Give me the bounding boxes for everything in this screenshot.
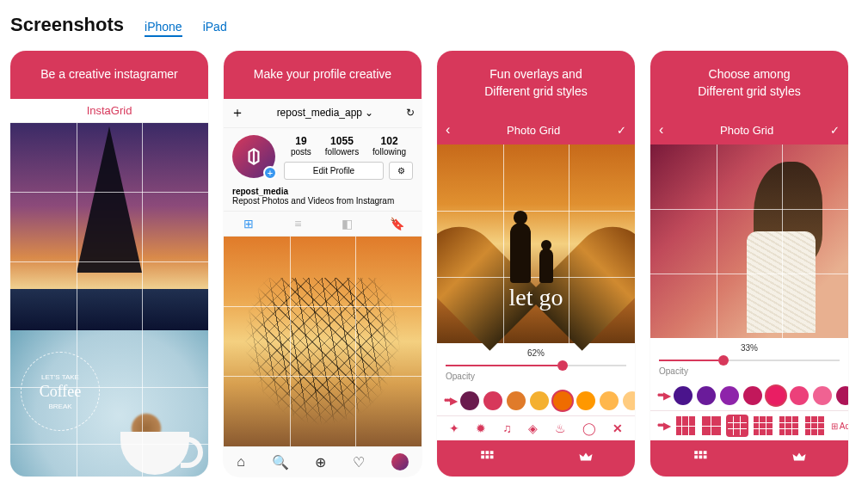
add-user-icon[interactable]: ＋ xyxy=(231,104,244,122)
close-icon[interactable]: ✕ xyxy=(613,421,623,435)
profile-tab-icon[interactable] xyxy=(391,453,409,470)
edit-profile-button[interactable]: Edit Profile xyxy=(284,162,384,180)
swatch[interactable] xyxy=(600,391,619,410)
swatch[interactable] xyxy=(813,386,832,405)
search-icon[interactable]: 🔍 xyxy=(272,454,289,470)
stat-followers[interactable]: 1055followers xyxy=(325,135,359,157)
grid-style[interactable] xyxy=(702,416,721,435)
tab-grid-icon[interactable]: ⊞ xyxy=(224,212,274,236)
swatch[interactable] xyxy=(836,386,848,405)
tab-saved-icon[interactable]: 🔖 xyxy=(372,212,422,236)
svg-rect-1 xyxy=(485,451,489,454)
section-title: Screenshots xyxy=(10,14,124,36)
confirm-icon[interactable]: ✓ xyxy=(830,124,840,137)
caption: Be a creative instagramer xyxy=(10,51,208,99)
svg-rect-11 xyxy=(703,456,706,459)
confirm-icon[interactable]: ✓ xyxy=(617,124,626,137)
tab-tagged-icon[interactable]: ◧ xyxy=(323,212,372,236)
swatch[interactable] xyxy=(483,391,502,410)
expand-left-icon[interactable]: •••▶ xyxy=(657,390,669,402)
grid-tab-icon[interactable] xyxy=(437,440,536,476)
swatch-selected[interactable] xyxy=(766,386,785,405)
editor-title: Photo Grid xyxy=(720,124,773,137)
tab-list-icon[interactable]: ≡ xyxy=(274,212,323,236)
opacity-slider[interactable] xyxy=(446,361,626,370)
svg-rect-2 xyxy=(489,451,493,454)
editor-bottom-tabs xyxy=(437,440,635,476)
grid-style[interactable] xyxy=(779,416,798,435)
add-story-badge[interactable]: + xyxy=(263,166,277,180)
swatch[interactable] xyxy=(576,391,595,410)
swatch[interactable] xyxy=(623,391,635,410)
grid-tab-icon[interactable] xyxy=(650,440,749,476)
tab-iphone[interactable]: iPhone xyxy=(145,20,182,37)
caption: Choose amongDifferent grid styles xyxy=(650,51,848,115)
new-post-icon[interactable]: ⊕ xyxy=(315,454,326,470)
swatch[interactable] xyxy=(674,386,693,405)
grid-style[interactable] xyxy=(676,416,695,435)
opacity-slider[interactable] xyxy=(659,356,840,365)
svg-rect-10 xyxy=(699,456,702,459)
editor-title: Photo Grid xyxy=(507,124,560,137)
sparkle-icon[interactable]: ✦ xyxy=(449,421,459,435)
expand-left-icon[interactable]: •••▶ xyxy=(657,420,669,432)
expand-left-icon[interactable]: •••▶ xyxy=(444,395,456,407)
coffee-badge: LET'S TAKE Coffee BREAK xyxy=(21,352,100,431)
grid-style[interactable] xyxy=(805,416,824,435)
grid-style[interactable] xyxy=(754,416,773,435)
grid-image-eiffel xyxy=(10,123,208,331)
swatch[interactable] xyxy=(790,386,809,405)
crown-tab-icon[interactable] xyxy=(749,440,848,476)
svg-rect-5 xyxy=(489,456,493,459)
back-icon[interactable]: ‹ xyxy=(446,122,450,138)
crown-tab-icon[interactable] xyxy=(536,440,635,476)
slider-label: Opacity xyxy=(659,366,840,376)
grid-style-row: •••▶ ⊞ Add xyxy=(650,410,848,440)
screenshot-1[interactable]: Be a creative instagramer InstaGrid xyxy=(10,51,208,476)
add-grid-button[interactable]: ⊞ Add xyxy=(831,421,848,431)
grid-image-coffee: LET'S TAKE Coffee BREAK xyxy=(10,330,208,476)
profile-handle[interactable]: repost_media_app ⌄ xyxy=(277,107,374,119)
activity-icon[interactable]: ♡ xyxy=(353,454,365,470)
swatch[interactable] xyxy=(460,391,479,410)
tab-ipad[interactable]: iPad xyxy=(203,20,227,37)
color-swatches: •••▶ xyxy=(437,386,635,415)
swatch[interactable] xyxy=(507,391,526,410)
stat-posts[interactable]: 19posts xyxy=(291,135,311,157)
swatch[interactable] xyxy=(697,386,716,405)
home-icon[interactable]: ⌂ xyxy=(237,454,245,470)
swatch[interactable] xyxy=(720,386,739,405)
svg-rect-9 xyxy=(694,456,698,459)
stat-following[interactable]: 102following xyxy=(372,135,406,157)
editor-canvas[interactable]: let go xyxy=(437,144,635,343)
editor-canvas[interactable] xyxy=(650,144,848,338)
screenshot-3[interactable]: Fun overlays andDifferent grid styles ‹ … xyxy=(437,51,635,476)
burst-icon[interactable]: ✹ xyxy=(476,421,486,435)
caption: Fun overlays andDifferent grid styles xyxy=(437,51,635,115)
screenshot-2[interactable]: Make your profile creative ＋ repost_medi… xyxy=(224,51,422,476)
device-tabs: iPhone iPad xyxy=(145,20,227,37)
svg-rect-4 xyxy=(485,456,489,459)
settings-button[interactable]: ⚙ xyxy=(389,162,413,180)
music-icon[interactable]: ♫ xyxy=(502,421,512,435)
swatch-selected[interactable] xyxy=(553,391,572,410)
overlay-text: let go xyxy=(437,284,635,311)
screenshot-4[interactable]: Choose amongDifferent grid styles ‹ Phot… xyxy=(650,51,848,476)
swatch[interactable] xyxy=(530,391,549,410)
svg-rect-3 xyxy=(481,456,484,459)
profile-stats: 19posts 1055followers 102following xyxy=(284,135,413,157)
history-icon[interactable]: ↻ xyxy=(406,107,415,119)
slider-value: 62% xyxy=(446,348,626,358)
screenshot-gallery[interactable]: Be a creative instagramer InstaGrid xyxy=(10,51,858,485)
caption: Make your profile creative xyxy=(224,51,422,99)
swatch[interactable] xyxy=(743,386,762,405)
ring-icon[interactable]: ◯ xyxy=(582,421,596,435)
back-icon[interactable]: ‹ xyxy=(659,122,663,138)
diamond-icon[interactable]: ◈ xyxy=(528,421,538,435)
svg-rect-7 xyxy=(699,451,702,454)
ig-tabbar: ⌂ 🔍 ⊕ ♡ xyxy=(224,446,422,476)
grid-style-selected[interactable] xyxy=(728,416,747,435)
avatar[interactable]: + xyxy=(232,135,275,178)
grill-icon[interactable]: ♨ xyxy=(555,421,566,435)
profile-grid-image xyxy=(224,237,422,446)
